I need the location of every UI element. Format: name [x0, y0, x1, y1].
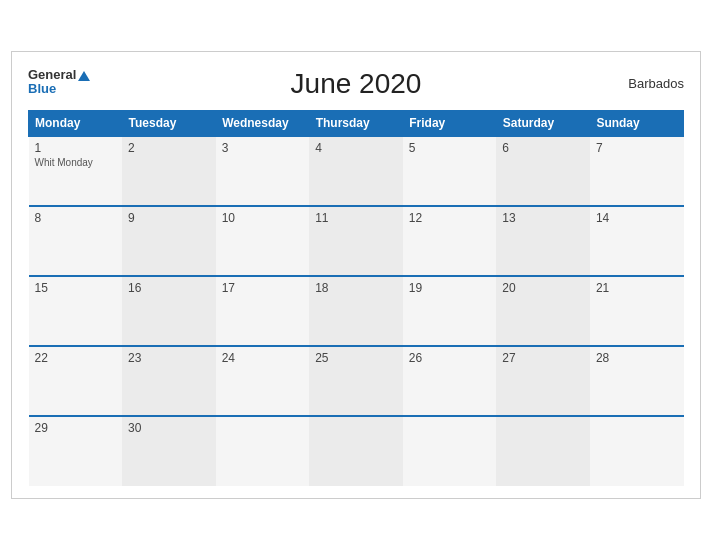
calendar-cell: 17 — [216, 276, 310, 346]
calendar-cell: 11 — [309, 206, 403, 276]
day-number: 28 — [596, 351, 678, 365]
logo-blue-text: Blue — [28, 82, 90, 96]
calendar-cell: 12 — [403, 206, 497, 276]
calendar-row: 1Whit Monday234567 — [29, 136, 684, 206]
day-number: 1 — [35, 141, 117, 155]
header-saturday: Saturday — [496, 111, 590, 137]
logo-triangle-icon — [78, 71, 90, 81]
day-number: 9 — [128, 211, 210, 225]
header-monday: Monday — [29, 111, 123, 137]
header-friday: Friday — [403, 111, 497, 137]
header-thursday: Thursday — [309, 111, 403, 137]
day-number: 16 — [128, 281, 210, 295]
calendar-cell: 9 — [122, 206, 216, 276]
calendar-grid: Monday Tuesday Wednesday Thursday Friday… — [28, 110, 684, 486]
day-number: 2 — [128, 141, 210, 155]
calendar-title: June 2020 — [291, 68, 422, 100]
day-number: 10 — [222, 211, 304, 225]
country-label: Barbados — [628, 76, 684, 91]
day-number: 25 — [315, 351, 397, 365]
day-number: 26 — [409, 351, 491, 365]
day-number: 6 — [502, 141, 584, 155]
calendar-row: 891011121314 — [29, 206, 684, 276]
calendar-row: 15161718192021 — [29, 276, 684, 346]
day-number: 8 — [35, 211, 117, 225]
calendar-cell: 18 — [309, 276, 403, 346]
calendar-cell: 8 — [29, 206, 123, 276]
calendar-row: 22232425262728 — [29, 346, 684, 416]
calendar-cell — [590, 416, 684, 486]
calendar-row: 2930 — [29, 416, 684, 486]
day-number: 5 — [409, 141, 491, 155]
calendar-container: General Blue June 2020 Barbados Monday T… — [11, 51, 701, 499]
day-number: 11 — [315, 211, 397, 225]
calendar-cell: 6 — [496, 136, 590, 206]
calendar-cell: 22 — [29, 346, 123, 416]
calendar-cell: 1Whit Monday — [29, 136, 123, 206]
calendar-cell: 21 — [590, 276, 684, 346]
weekday-header-row: Monday Tuesday Wednesday Thursday Friday… — [29, 111, 684, 137]
header-sunday: Sunday — [590, 111, 684, 137]
calendar-cell — [496, 416, 590, 486]
calendar-header: General Blue June 2020 Barbados — [28, 68, 684, 100]
header-wednesday: Wednesday — [216, 111, 310, 137]
day-number: 18 — [315, 281, 397, 295]
calendar-cell: 13 — [496, 206, 590, 276]
logo: General Blue — [28, 68, 90, 97]
day-number: 24 — [222, 351, 304, 365]
day-number: 21 — [596, 281, 678, 295]
day-number: 7 — [596, 141, 678, 155]
day-number: 29 — [35, 421, 117, 435]
calendar-cell: 20 — [496, 276, 590, 346]
calendar-cell: 26 — [403, 346, 497, 416]
day-number: 4 — [315, 141, 397, 155]
day-number: 30 — [128, 421, 210, 435]
day-number: 22 — [35, 351, 117, 365]
calendar-cell: 16 — [122, 276, 216, 346]
calendar-cell: 5 — [403, 136, 497, 206]
day-number: 27 — [502, 351, 584, 365]
calendar-cell: 25 — [309, 346, 403, 416]
calendar-cell: 23 — [122, 346, 216, 416]
calendar-cell: 7 — [590, 136, 684, 206]
calendar-cell: 14 — [590, 206, 684, 276]
calendar-cell: 3 — [216, 136, 310, 206]
calendar-cell: 27 — [496, 346, 590, 416]
day-number: 20 — [502, 281, 584, 295]
calendar-cell — [216, 416, 310, 486]
calendar-cell: 2 — [122, 136, 216, 206]
day-number: 23 — [128, 351, 210, 365]
calendar-cell — [309, 416, 403, 486]
day-number: 3 — [222, 141, 304, 155]
calendar-cell: 29 — [29, 416, 123, 486]
header-tuesday: Tuesday — [122, 111, 216, 137]
calendar-cell — [403, 416, 497, 486]
calendar-cell: 28 — [590, 346, 684, 416]
calendar-cell: 15 — [29, 276, 123, 346]
calendar-cell: 10 — [216, 206, 310, 276]
day-number: 12 — [409, 211, 491, 225]
calendar-cell: 30 — [122, 416, 216, 486]
calendar-cell: 4 — [309, 136, 403, 206]
day-number: 14 — [596, 211, 678, 225]
day-number: 19 — [409, 281, 491, 295]
calendar-cell: 19 — [403, 276, 497, 346]
holiday-label: Whit Monday — [35, 157, 117, 168]
day-number: 17 — [222, 281, 304, 295]
logo-general-text: General — [28, 68, 90, 82]
calendar-cell: 24 — [216, 346, 310, 416]
day-number: 15 — [35, 281, 117, 295]
day-number: 13 — [502, 211, 584, 225]
